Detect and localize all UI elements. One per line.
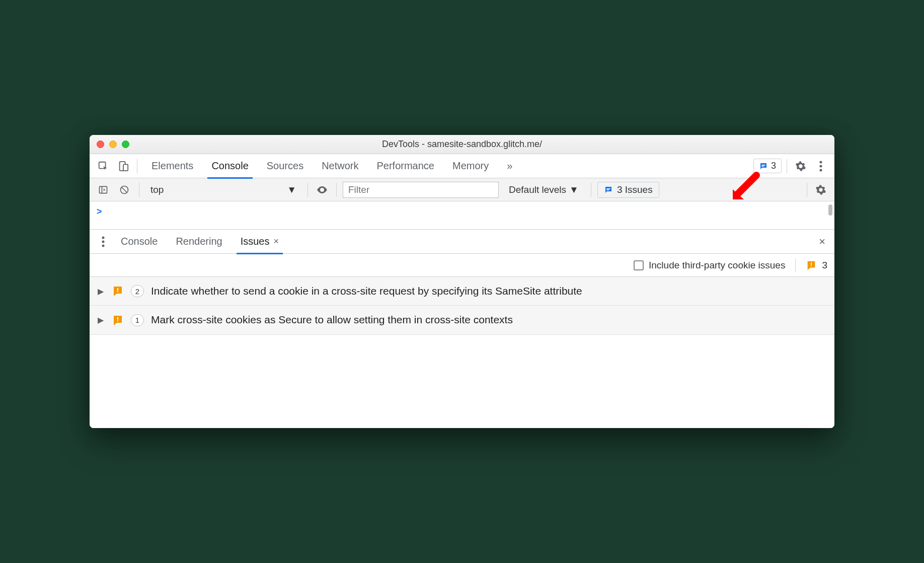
drawer-tab-rendering[interactable]: Rendering — [167, 230, 231, 254]
thirdparty-label: Include third-party cookie issues — [649, 260, 785, 271]
svg-rect-8 — [100, 186, 107, 193]
issue-title: Indicate whether to send a cookie in a c… — [151, 284, 827, 298]
warning-icon — [112, 314, 124, 326]
issues-toolbar: Include third-party cookie issues 3 — [90, 254, 834, 277]
issues-list: ▶ 2 Indicate whether to send a cookie in… — [90, 277, 834, 428]
tab-label: Network — [322, 160, 358, 172]
svg-rect-16 — [811, 262, 812, 265]
tabs-overflow-button[interactable]: » — [498, 154, 521, 178]
close-tab-icon[interactable]: × — [274, 236, 279, 247]
tab-elements[interactable]: Elements — [142, 154, 202, 178]
gear-icon — [795, 161, 806, 172]
drawer-tab-console[interactable]: Console — [112, 230, 167, 254]
settings-button[interactable] — [792, 158, 809, 175]
issues-label: 3 Issues — [617, 184, 653, 195]
warning-icon — [806, 260, 817, 271]
svg-point-6 — [820, 165, 822, 167]
svg-rect-17 — [811, 265, 812, 266]
more-options-button[interactable] — [812, 158, 829, 175]
expand-icon[interactable]: ▶ — [97, 315, 105, 325]
issue-count-badge: 1 — [131, 314, 144, 326]
eye-icon — [316, 184, 328, 196]
expand-icon[interactable]: ▶ — [97, 287, 105, 296]
clear-console-button[interactable] — [116, 181, 133, 198]
drawer-tabs: Console Rendering Issues × × — [90, 230, 834, 254]
tab-label: Rendering — [176, 236, 222, 247]
tab-performance[interactable]: Performance — [368, 154, 444, 178]
log-levels-selector[interactable]: Default levels ▼ — [503, 184, 585, 195]
main-tabs: Elements Console Sources Network Perform… — [142, 154, 521, 178]
scrollbar-thumb[interactable] — [828, 204, 832, 216]
svg-point-7 — [820, 169, 822, 171]
tab-label: Performance — [377, 160, 435, 172]
drawer-more-button[interactable] — [95, 233, 112, 250]
svg-rect-3 — [761, 165, 765, 166]
levels-label: Default levels — [509, 184, 566, 195]
issues-count: 3 — [771, 161, 776, 171]
console-settings-button[interactable] — [812, 181, 829, 198]
issues-counter-button[interactable]: 3 — [753, 159, 782, 173]
tab-label: Console — [121, 236, 158, 247]
no-sign-icon — [119, 185, 129, 195]
inspect-element-icon[interactable] — [95, 158, 112, 175]
svg-rect-20 — [117, 317, 118, 320]
console-panel[interactable]: > — [90, 201, 834, 230]
issues-button[interactable]: 3 Issues — [597, 182, 659, 198]
svg-rect-18 — [117, 288, 118, 291]
svg-rect-11 — [606, 188, 610, 189]
console-toolbar: top ▼ Default levels ▼ 3 Issues — [90, 178, 834, 201]
tab-console[interactable]: Console — [202, 154, 257, 178]
svg-rect-19 — [117, 291, 118, 292]
gear-icon — [815, 184, 826, 195]
kebab-icon — [102, 236, 105, 247]
tab-label: Sources — [267, 160, 303, 172]
drawer-close-button[interactable]: × — [815, 235, 829, 248]
chevron-down-icon: ▼ — [287, 184, 296, 195]
warning-icon — [112, 285, 124, 297]
tab-label: Console — [211, 160, 248, 172]
issues-total: 3 — [806, 260, 827, 271]
devtools-window: DevTools - samesite-sandbox.glitch.me/ E… — [90, 135, 834, 428]
svg-point-5 — [820, 161, 822, 163]
message-icon — [604, 185, 613, 194]
live-expression-button[interactable] — [314, 184, 330, 196]
chevron-down-icon: ▼ — [569, 184, 579, 195]
thirdparty-toggle[interactable]: Include third-party cookie issues — [634, 260, 785, 271]
tab-network[interactable]: Network — [313, 154, 367, 178]
svg-rect-21 — [117, 320, 118, 321]
chevron-more-icon: » — [507, 160, 512, 172]
separator — [307, 183, 308, 197]
svg-point-15 — [102, 244, 105, 247]
close-icon: × — [819, 235, 825, 248]
prompt-caret: > — [97, 206, 102, 217]
context-value: top — [150, 184, 164, 195]
tab-sources[interactable]: Sources — [258, 154, 313, 178]
message-icon — [759, 162, 768, 171]
separator — [336, 183, 337, 197]
main-toolbar: Elements Console Sources Network Perform… — [90, 154, 834, 178]
titlebar: DevTools - samesite-sandbox.glitch.me/ — [90, 135, 834, 154]
svg-rect-4 — [761, 166, 764, 167]
separator — [787, 159, 787, 173]
tab-memory[interactable]: Memory — [443, 154, 498, 178]
separator — [591, 183, 591, 197]
toggle-sidebar-button[interactable] — [95, 181, 112, 198]
separator — [139, 183, 139, 197]
filter-input[interactable] — [343, 182, 499, 198]
kebab-icon — [819, 161, 822, 172]
svg-rect-12 — [606, 189, 609, 190]
tab-label: Elements — [151, 160, 193, 172]
tab-label: Memory — [452, 160, 489, 172]
svg-point-14 — [102, 240, 105, 243]
issue-row[interactable]: ▶ 1 Mark cross-site cookies as Secure to… — [90, 306, 834, 334]
device-toolbar-icon[interactable] — [115, 158, 132, 175]
issues-total-count: 3 — [822, 260, 827, 271]
svg-rect-2 — [123, 164, 128, 171]
toolbar-right: 3 — [753, 158, 829, 175]
separator — [795, 258, 796, 272]
drawer-tab-issues[interactable]: Issues × — [232, 230, 288, 254]
svg-point-13 — [102, 236, 105, 239]
issue-row[interactable]: ▶ 2 Indicate whether to send a cookie in… — [90, 277, 834, 306]
checkbox[interactable] — [634, 260, 644, 270]
execution-context-selector[interactable]: top ▼ — [145, 182, 301, 198]
